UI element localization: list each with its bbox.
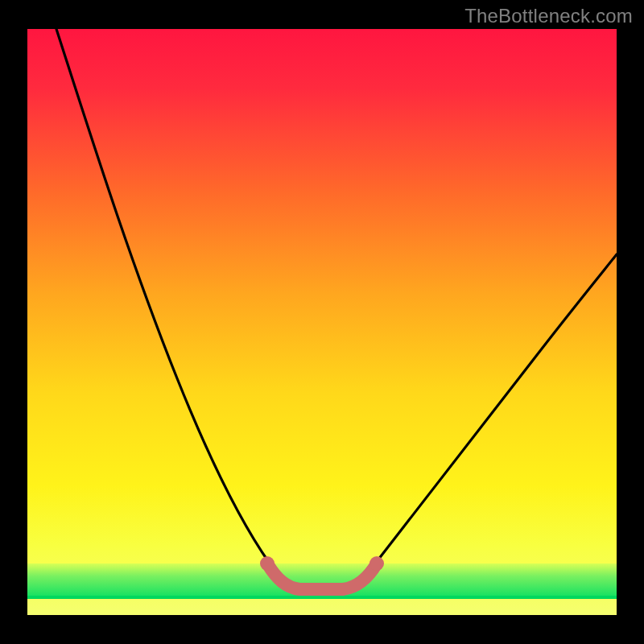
watermark-label: TheBottleneck.com — [464, 5, 633, 27]
gradient-background — [27, 29, 617, 615]
chart-frame: TheBottleneck.com — [0, 0, 644, 644]
frame-bottom — [0, 615, 644, 644]
frame-right — [617, 0, 644, 644]
highlight-start-dot — [260, 556, 275, 571]
bottleneck-chart — [0, 0, 644, 644]
plot-area — [27, 29, 617, 615]
green-band-edge — [27, 596, 617, 599]
highlight-end-dot — [369, 556, 384, 571]
frame-left — [0, 0, 27, 644]
